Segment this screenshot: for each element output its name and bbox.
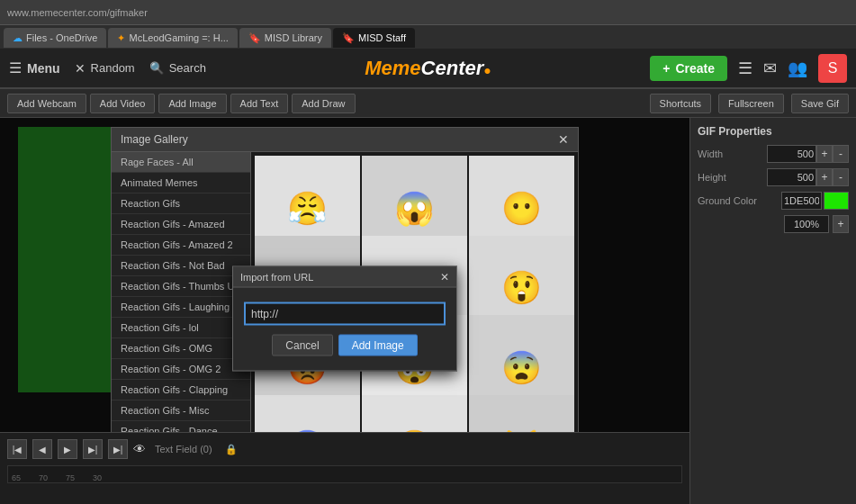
zoom-input[interactable] [784,215,829,233]
gallery-image-10[interactable]: 😤 [362,395,467,433]
ruler-mark-1: 65 [12,473,21,482]
height-row: Height + - [698,168,849,186]
category-item-5[interactable]: Reaction Gifs - Not Bad [112,256,250,276]
bgcolor-row: Ground Color [698,192,849,210]
bookmark-icon-library: 🔖 [248,32,261,44]
create-label: Create [675,61,715,76]
width-plus[interactable]: + [816,145,833,163]
category-item-4[interactable]: Reaction Gifs - Amazed 2 [112,235,250,256]
gallery-image-9[interactable]: 😱 [255,395,360,433]
image-gallery-modal: Image Gallery ✕ Rage Faces - AllAnimated… [111,127,579,432]
panel-title: GIF Properties [698,125,849,138]
import-dialog-header: Import from URL ✕ [233,267,456,288]
logo-text: MemeCenter● [365,57,491,80]
category-item-10[interactable]: Reaction Gifs - OMG 2 [112,359,250,380]
category-item-2[interactable]: Reaction Gifs [112,194,250,214]
category-item-8[interactable]: Reaction Gifs - lol [112,318,250,338]
category-item-9[interactable]: Reaction Gifs - OMG [112,338,250,359]
toolbar-right: Shortcuts Fullscreen Save Gif [650,94,849,113]
add-webcam-button[interactable]: Add Webcam [7,94,86,113]
plus-icon: + [662,61,670,76]
modal-overlay: Image Gallery ✕ Rage Faces - AllAnimated… [0,118,689,432]
header-left: ☰ Menu ✕ Random 🔍 Search [9,59,206,76]
category-item-0[interactable]: Rage Faces - All [112,152,250,173]
zoom-row: + [698,215,849,233]
tl-next[interactable]: ▶| [83,439,103,459]
category-item-12[interactable]: Reaction Gifs - Misc [112,400,250,421]
width-minus[interactable]: - [833,145,849,163]
fullscreen-button[interactable]: Fullscreen [718,94,784,113]
import-dialog-title: Import from URL [240,272,313,283]
hamburger-menu[interactable]: ☰ Menu [9,59,60,76]
color-swatch[interactable] [824,192,849,210]
browser-address-bar: www.memecenter.com/gifmaker [0,0,856,25]
tab-label-misd-staff: MISD Staff [358,32,406,43]
tab-onedrive[interactable]: ☁ Files - OneDrive [4,28,106,48]
gif-properties-panel: GIF Properties Width + - Height + - [689,118,856,504]
import-add-button[interactable]: Add Image [338,335,418,356]
gallery-image-11[interactable]: 🐱 [469,395,574,433]
import-cancel-button[interactable]: Cancel [272,335,332,356]
bookmark-icon-staff: 🔖 [342,32,355,44]
width-input[interactable] [767,145,816,163]
category-item-7[interactable]: Reaction Gifs - Laughing [112,297,250,318]
import-close-button[interactable]: ✕ [440,271,449,284]
app-header: ☰ Menu ✕ Random 🔍 Search MemeCenter● + C… [0,49,856,89]
category-item-1[interactable]: Animated Memes [112,173,250,194]
import-dialog-body: Cancel Add Image [233,288,456,371]
random-button[interactable]: ✕ Random [75,61,135,76]
main-area: Image Gallery ✕ Rage Faces - AllAnimated… [0,118,856,504]
create-button[interactable]: + Create [650,56,727,81]
users-icon-button[interactable]: 👥 [788,58,807,78]
category-item-11[interactable]: Reaction Gifs - Clapping [112,380,250,400]
shortcuts-button[interactable]: Shortcuts [650,94,711,113]
tl-prev-start[interactable]: |◀ [7,439,27,459]
modal-title: Image Gallery [121,133,188,146]
add-video-button[interactable]: Add Video [90,94,156,113]
add-text-button[interactable]: Add Text [230,94,289,113]
browser-url: www.memecenter.com/gifmaker [7,7,148,18]
modal-header: Image Gallery ✕ [112,128,578,152]
zoom-plus[interactable]: + [833,215,849,233]
width-row: Width + - [698,145,849,163]
timeline: |◀ ◀ ▶ ▶| ▶| 👁 Text Field (0) 🔒 65 70 75… [0,432,689,504]
tab-misd-staff[interactable]: 🔖 MISD Staff [333,28,415,48]
category-item-3[interactable]: Reaction Gifs - Amazed [112,214,250,235]
tl-visibility[interactable]: 👁 [133,442,146,456]
timeline-track-label: Text Field (0) [155,444,212,454]
height-input[interactable] [767,168,816,186]
import-url-input[interactable] [244,302,446,326]
timeline-ruler: 65 70 75 30 [7,465,682,483]
modal-close-button[interactable]: ✕ [558,132,569,147]
category-item-6[interactable]: Reaction Gifs - Thumbs Up [112,276,250,297]
add-draw-button[interactable]: Add Draw [292,94,355,113]
avatar-button[interactable]: S [818,54,847,83]
tl-play[interactable]: ▶ [58,439,77,459]
bgcolor-input[interactable] [781,192,822,210]
onedrive-icon: ☁ [13,32,23,44]
tab-mcleod[interactable]: ✦ McLeodGaming =: H... [108,28,237,48]
import-dialog-buttons: Cancel Add Image [244,335,446,356]
height-label: Height [698,172,726,183]
hamburger-icon: ☰ [9,59,22,76]
height-plus[interactable]: + [816,168,833,186]
ruler-mark-3: 75 [66,473,75,482]
mail-icon-button[interactable]: ✉ [763,58,777,78]
tl-next-end[interactable]: ▶| [108,439,128,459]
import-url-dialog: Import from URL ✕ Cancel Add Image [232,266,457,372]
timeline-lock-icon: 🔒 [225,444,238,455]
tl-prev[interactable]: ◀ [32,439,52,459]
add-image-button[interactable]: Add Image [158,94,226,113]
category-item-13[interactable]: Reaction Gifs - Dance [112,421,250,432]
tab-label-misd-library: MISD Library [265,32,322,43]
tab-misd-library[interactable]: 🔖 MISD Library [239,28,331,48]
height-minus[interactable]: - [833,168,849,186]
menu-icon-button[interactable]: ☰ [738,58,752,78]
logo: MemeCenter● [365,57,491,80]
tab-label-mcleod: McLeodGaming =: H... [129,32,228,43]
width-buttons: + - [816,145,849,163]
header-right: + Create ☰ ✉ 👥 S [650,54,847,83]
save-gif-button[interactable]: Save Gif [791,94,849,113]
category-list[interactable]: Rage Faces - AllAnimated MemesReaction G… [112,152,251,432]
search-button[interactable]: 🔍 Search [149,61,206,75]
